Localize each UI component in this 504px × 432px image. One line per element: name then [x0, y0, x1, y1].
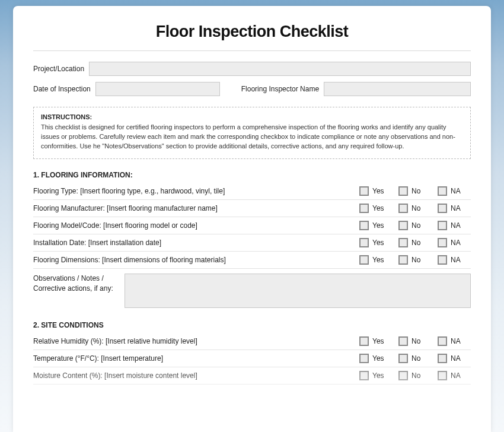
checkbox-na-group: NA — [438, 354, 471, 363]
checkbox-yes-label: Yes — [372, 239, 384, 247]
checkbox-no-label: No — [412, 221, 420, 230]
checkbox-na-label: NA — [451, 239, 461, 247]
checkbox-na[interactable] — [438, 186, 447, 196]
checkbox-yes-group: Yes — [359, 204, 396, 213]
project-location-row: Project/Location — [33, 62, 471, 76]
checkbox-yes-group: Yes — [359, 354, 396, 363]
checkbox-na[interactable] — [438, 371, 447, 380]
inspector-label: Flooring Inspector Name — [241, 85, 319, 93]
checkbox-yes-label: Yes — [372, 354, 384, 363]
checkbox-no[interactable] — [398, 186, 408, 196]
checkbox-na-label: NA — [451, 354, 461, 363]
item-label: Relative Humidity (%): [Insert relative … — [33, 337, 357, 345]
item-label: Installation Date: [Insert installation … — [33, 239, 357, 247]
checkbox-yes[interactable] — [359, 204, 369, 213]
checkbox-no[interactable] — [398, 221, 408, 230]
checkbox-na-label: NA — [451, 371, 461, 380]
checkbox-yes-label: Yes — [372, 204, 384, 212]
checkbox-no-group: No — [398, 221, 435, 230]
checkbox-na-label: NA — [451, 221, 461, 230]
checkbox-no-group: No — [398, 238, 435, 247]
checkbox-no[interactable] — [398, 354, 408, 363]
checkbox-yes[interactable] — [359, 255, 369, 265]
item-row: Flooring Manufacturer: [Insert flooring … — [33, 200, 471, 217]
date-inspector-row: Date of Inspection Flooring Inspector Na… — [33, 82, 471, 96]
checkbox-na-group: NA — [438, 204, 471, 213]
checkbox-na-label: NA — [451, 204, 461, 212]
checkbox-na-group: NA — [438, 336, 471, 346]
checkbox-na-group: NA — [438, 255, 471, 265]
checkbox-yes[interactable] — [359, 354, 369, 363]
checkbox-yes-label: Yes — [372, 371, 384, 380]
checkbox-no-label: No — [412, 239, 420, 247]
item-row: Temperature (°F/°C): [Insert temperature… — [33, 350, 471, 367]
inspector-input[interactable] — [324, 82, 471, 96]
instructions-body: This checklist is designed for certified… — [41, 123, 463, 151]
checkbox-no-label: No — [412, 204, 420, 212]
item-row: Installation Date: [Insert installation … — [33, 234, 471, 252]
checkbox-na[interactable] — [438, 221, 447, 230]
checkbox-yes[interactable] — [359, 186, 369, 196]
checkbox-na-label: NA — [451, 187, 461, 195]
checkbox-na-group: NA — [438, 221, 471, 230]
item-label: Moisture Content (%): [Insert moisture c… — [33, 371, 357, 380]
checkbox-no[interactable] — [398, 371, 408, 380]
item-label: Flooring Type: [Insert flooring type, e.… — [33, 187, 357, 195]
checkbox-no-label: No — [412, 337, 420, 345]
notes-label: Observations / Notes / Corrective action… — [33, 274, 116, 308]
notes-input[interactable] — [125, 274, 471, 308]
checkbox-yes-label: Yes — [372, 187, 384, 195]
checkbox-na-group: NA — [438, 238, 471, 247]
checkbox-na[interactable] — [438, 204, 447, 213]
item-row: Flooring Dimensions: [Insert dimensions … — [33, 252, 471, 269]
item-label: Temperature (°F/°C): [Insert temperature… — [33, 354, 357, 363]
checkbox-yes[interactable] — [359, 371, 369, 380]
checkbox-na-label: NA — [451, 256, 461, 264]
checkbox-yes[interactable] — [359, 336, 369, 346]
date-input[interactable] — [95, 82, 220, 96]
checkbox-yes[interactable] — [359, 221, 369, 230]
checkbox-na[interactable] — [438, 255, 447, 265]
checkbox-na[interactable] — [438, 354, 447, 363]
date-label: Date of Inspection — [33, 85, 91, 93]
item-row: Flooring Type: [Insert flooring type, e.… — [33, 183, 471, 200]
checkbox-yes-group: Yes — [359, 336, 396, 346]
checkbox-no[interactable] — [398, 336, 408, 346]
checkbox-no-group: No — [398, 186, 435, 196]
checkbox-no-group: No — [398, 371, 435, 380]
item-row: Moisture Content (%): [Insert moisture c… — [33, 367, 471, 385]
checkbox-na[interactable] — [438, 238, 447, 247]
notes-row: Observations / Notes / Corrective action… — [33, 269, 471, 308]
checkbox-no-group: No — [398, 255, 435, 265]
checkbox-yes[interactable] — [359, 238, 369, 247]
checkbox-no[interactable] — [398, 255, 408, 265]
checkbox-yes-group: Yes — [359, 238, 396, 247]
checkbox-yes-group: Yes — [359, 255, 396, 265]
checkbox-no-label: No — [412, 371, 420, 380]
checkbox-no[interactable] — [398, 238, 408, 247]
item-label: Flooring Model/Code: [Insert flooring mo… — [33, 221, 357, 230]
project-location-input[interactable] — [89, 62, 471, 76]
section2-title: 2. SITE CONDITIONS — [33, 321, 471, 329]
document-page: Floor Inspection Checklist Project/Locat… — [13, 6, 491, 432]
checkbox-no-group: No — [398, 336, 435, 346]
checkbox-no[interactable] — [398, 204, 408, 213]
checkbox-no-group: No — [398, 354, 435, 363]
section1-title: 1. FLOORING INFORMATION: — [33, 171, 471, 179]
checkbox-yes-group: Yes — [359, 186, 396, 196]
checkbox-na-group: NA — [438, 371, 471, 380]
checkbox-yes-label: Yes — [372, 337, 384, 345]
checkbox-no-group: No — [398, 204, 435, 213]
instructions-box: INSTRUCTIONS: This checklist is designed… — [33, 107, 471, 159]
checkbox-na-label: NA — [451, 337, 461, 345]
checkbox-na[interactable] — [438, 336, 447, 346]
checkbox-na-group: NA — [438, 186, 471, 196]
checkbox-yes-group: Yes — [359, 371, 396, 380]
item-label: Flooring Manufacturer: [Insert flooring … — [33, 204, 357, 212]
instructions-title: INSTRUCTIONS: — [41, 113, 463, 120]
checkbox-no-label: No — [412, 354, 420, 363]
item-label: Flooring Dimensions: [Insert dimensions … — [33, 256, 357, 264]
checkbox-yes-label: Yes — [372, 256, 384, 264]
checkbox-no-label: No — [412, 256, 420, 264]
project-location-label: Project/Location — [33, 65, 84, 73]
